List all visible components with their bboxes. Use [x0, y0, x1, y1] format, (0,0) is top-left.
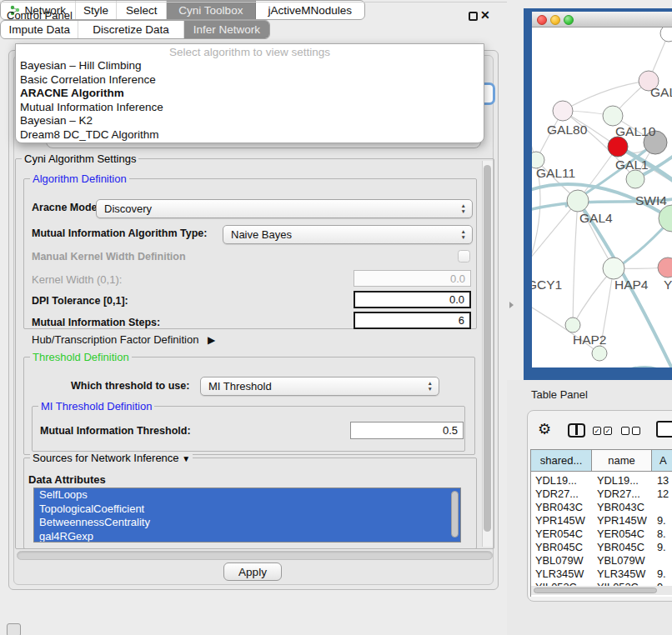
node-hap4[interactable]: [603, 258, 624, 279]
clipped-toolbar-icon[interactable]: [656, 421, 672, 438]
select-all-checkbox-icon[interactable]: ✓: [604, 427, 612, 435]
mi-threshold-field[interactable]: 0.5: [350, 422, 464, 439]
node-label: HAP4: [614, 278, 649, 292]
table-cell[interactable]: YDR27...: [535, 488, 579, 501]
table-cell[interactable]: YBR043C: [597, 501, 644, 514]
node[interactable]: [592, 346, 607, 361]
node-selected-red[interactable]: [608, 137, 628, 157]
algorithm-option[interactable]: Bayesian – Hill Climbing: [16, 59, 484, 73]
table-hscrollbar-thumb[interactable]: [534, 588, 657, 593]
table-cell[interactable]: YBL079W: [597, 554, 645, 568]
column-header-name[interactable]: name: [592, 450, 652, 472]
sources-title-label: Sources for Network Inference: [33, 452, 179, 464]
table-cell[interactable]: YPR145W: [597, 514, 647, 528]
settings-horizontal-scrollbar[interactable]: [17, 551, 493, 560]
table-cell[interactable]: YBR045C: [597, 541, 644, 554]
stepper-arrows-icon: ▲▼: [428, 380, 433, 392]
table-cell[interactable]: YBR045C: [535, 541, 583, 554]
table-cell[interactable]: YBL079W: [535, 554, 584, 568]
algorithm-option[interactable]: Dream8 DC_TDC Algorithm: [16, 128, 484, 142]
kernel-width-field[interactable]: 0.0: [354, 270, 471, 287]
table-cell[interactable]: YLR345W: [535, 568, 584, 581]
algorithm-option-selected[interactable]: ARACNE Algorithm: [16, 87, 484, 101]
network-canvas[interactable]: GAL GAL80 GAL10 GAL11 GAL1 GAL4 SWI4 GCY…: [532, 28, 672, 368]
cyni-bottom-tabbar: Impute Data Discretize Data Infer Networ…: [0, 20, 270, 39]
close-icon[interactable]: ✕: [480, 8, 490, 22]
sources-group-title[interactable]: Sources for Network Inference ▼: [30, 452, 193, 464]
node-label: GAL: [650, 85, 672, 99]
manual-kernel-width-label: Manual Kernel Width Definition: [32, 251, 186, 262]
collapse-down-arrow-icon: ▼: [182, 454, 190, 463]
tab-cyni-toolbox[interactable]: Cyni Toolbox: [167, 1, 256, 19]
table-cell[interactable]: 9.: [657, 541, 666, 554]
node[interactable]: [660, 28, 672, 42]
table-cell[interactable]: 12: [657, 488, 669, 501]
tab-select[interactable]: Select: [117, 1, 167, 19]
which-threshold-combo[interactable]: MI Threshold ▲▼: [200, 377, 439, 396]
attribute-item-selected[interactable]: TopologicalCoefficient: [34, 502, 460, 517]
docked-panel-icon[interactable]: [7, 623, 21, 635]
table-cell[interactable]: YLR345W: [597, 568, 645, 581]
traffic-light-close-icon[interactable]: [537, 15, 547, 25]
attribute-list-scrollbar-thumb[interactable]: [451, 491, 459, 538]
table-cell[interactable]: YDR27...: [597, 488, 640, 501]
deselect-all-checkbox-icon[interactable]: [621, 427, 629, 435]
node-gal1[interactable]: [626, 170, 644, 188]
table-cell[interactable]: 9.: [657, 568, 666, 581]
apply-button[interactable]: Apply: [223, 562, 282, 581]
settings-scrollbar-thumb[interactable]: [484, 165, 491, 532]
algorithm-option[interactable]: Basic Correlation Inference: [16, 73, 484, 88]
deselect-all-checkbox-icon[interactable]: [632, 427, 640, 435]
algorithm-dropdown-popup: Select algorithm to view settings Bayesi…: [15, 43, 484, 143]
algorithm-option[interactable]: Bayesian – K2: [16, 114, 484, 128]
split-panel-icon[interactable]: [568, 423, 585, 438]
node-gal4[interactable]: [567, 190, 589, 212]
table-cell[interactable]: YER054C: [535, 528, 583, 541]
mi-algorithm-type-combo[interactable]: Naive Bayes ▲▼: [223, 225, 473, 244]
column-header-clipped[interactable]: A: [652, 450, 672, 472]
node-hap2[interactable]: [565, 318, 580, 332]
table-cell[interactable]: 13: [657, 474, 669, 488]
node-gal80[interactable]: [553, 101, 573, 121]
attribute-item-selected[interactable]: SelfLoops: [34, 488, 460, 502]
network-window-titlebar[interactable]: [532, 12, 672, 28]
tab-jactivemnodules[interactable]: jActiveMNodules: [256, 1, 364, 19]
attribute-item-selected[interactable]: gal4RGexp: [34, 530, 460, 543]
tab-impute-data[interactable]: Impute Data: [1, 21, 78, 38]
float-panel-icon[interactable]: [469, 12, 478, 21]
column-header-shared-name[interactable]: shared...: [531, 450, 592, 472]
aracne-mode-combo[interactable]: Discovery ▲▼: [96, 199, 473, 218]
table-cell[interactable]: YDL19...: [535, 474, 577, 488]
cyni-algorithm-settings-title: Cyni Algorithm Settings: [22, 152, 138, 165]
select-all-checkbox-icon[interactable]: ✓: [593, 427, 601, 435]
node-salmon[interactable]: [658, 258, 672, 278]
table-cell[interactable]: YBR043C: [535, 501, 583, 514]
traffic-light-zoom-icon[interactable]: [564, 15, 574, 25]
table-cell[interactable]: 8.: [657, 528, 666, 541]
table-cell[interactable]: YDL19...: [597, 474, 639, 488]
node-swi4[interactable]: [659, 205, 672, 232]
mi-algorithm-type-value: Naive Bayes: [231, 228, 292, 241]
algorithm-option[interactable]: Mutual Information Inference: [16, 101, 484, 115]
mi-steps-field[interactable]: 6: [354, 312, 471, 329]
attribute-item-selected[interactable]: BetweennessCentrality: [34, 516, 460, 530]
tab-infer-network[interactable]: Infer Network: [184, 21, 269, 38]
table-cell[interactable]: YPR145W: [535, 514, 585, 528]
dpi-tolerance-field[interactable]: 0.0: [354, 291, 471, 308]
table-cell[interactable]: 9.: [657, 514, 666, 528]
table-cell[interactable]: YER054C: [597, 528, 644, 541]
tab-impute-data-label: Impute Data: [8, 23, 70, 36]
stepper-arrows-icon: ▲▼: [461, 202, 466, 214]
table-options-gear-icon[interactable]: ⚙: [538, 420, 551, 438]
tab-style[interactable]: Style: [76, 1, 118, 19]
tab-discretize-data[interactable]: Discretize Data: [78, 21, 183, 38]
mi-steps-label: Mutual Information Steps:: [32, 317, 160, 328]
traffic-light-minimize-icon[interactable]: [550, 15, 560, 25]
hub-definition-toggle[interactable]: Hub/Transcription Factor Definition ▶: [32, 333, 215, 346]
panel-sash-arrow-icon[interactable]: [509, 302, 514, 308]
hub-definition-label: Hub/Transcription Factor Definition: [32, 333, 198, 346]
manual-kernel-width-checkbox[interactable]: [458, 250, 470, 262]
node-label: HAP2: [573, 332, 607, 347]
tab-select-label: Select: [126, 4, 158, 17]
node-gal10[interactable]: [603, 106, 623, 126]
